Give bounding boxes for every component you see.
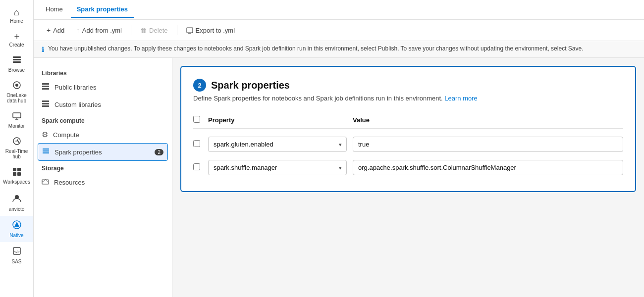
sidebar-section-spark-compute: Spark compute [34, 113, 172, 126]
top-tabs: Home Spark properties [34, 0, 644, 20]
tab-home[interactable]: Home [40, 1, 69, 18]
props-table: Property Value spark.gluten.enabled ▾ [193, 112, 623, 179]
table-row: spark.gluten.enabled ▾ [193, 133, 623, 156]
nav-label-create: Create [9, 42, 24, 48]
sidebar-section-storage: Storage [34, 161, 172, 174]
learn-more-link[interactable]: Learn more [444, 95, 477, 102]
delete-icon: 🗑 [140, 27, 147, 34]
public-libraries-label: Public libraries [54, 84, 97, 91]
svg-rect-26 [43, 150, 49, 151]
nav-label-sas: SAS [11, 259, 21, 264]
browse-icon [12, 55, 21, 66]
nav-item-sas[interactable]: </> SAS [0, 242, 33, 268]
svg-rect-20 [42, 86, 49, 87]
main-panel: 2 Spark properties Define Spark properti… [172, 58, 644, 297]
svg-rect-24 [42, 105, 49, 107]
value-column-header: Value [353, 116, 623, 124]
nav-label-onelake: OneLake data hub [2, 93, 31, 103]
resources-label: Resources [54, 179, 85, 186]
svg-marker-15 [14, 222, 19, 227]
svg-rect-21 [42, 88, 49, 90]
nav-item-browse[interactable]: Browse [0, 51, 33, 77]
svg-rect-18 [187, 28, 193, 33]
svg-rect-27 [43, 152, 49, 153]
nav-item-onelake[interactable]: OneLake data hub [0, 77, 33, 107]
spark-properties-icon [42, 148, 50, 156]
toolbar-divider-2 [177, 25, 177, 35]
add-from-yml-button[interactable]: ↑ Add from .yml [71, 24, 127, 37]
add-label: Add [53, 27, 64, 34]
property-column-header: Property [208, 116, 347, 124]
value-2-input[interactable] [353, 160, 623, 175]
add-icon: + [47, 26, 51, 34]
compute-icon: ⚙ [42, 130, 48, 139]
nav-label-workspaces: Workspaces [3, 179, 30, 185]
svg-text:</>: </> [14, 249, 20, 254]
nav-item-create[interactable]: ＋ Create [0, 28, 33, 51]
card-subtitle-text: Define Spark properties for notebooks an… [193, 95, 443, 102]
table-row: spark.shuffle.manager ▾ [193, 156, 623, 179]
export-button[interactable]: Export to .yml [181, 24, 240, 37]
monitor-icon [12, 111, 21, 122]
svg-rect-5 [13, 113, 21, 118]
nav-item-native[interactable]: Native [0, 216, 33, 242]
public-libraries-icon [42, 83, 50, 92]
row-2-checkbox[interactable] [193, 163, 200, 170]
nav-item-monitor[interactable]: Monitor [0, 107, 33, 133]
svg-rect-28 [42, 180, 49, 184]
spark-properties-badge: 2 [155, 149, 163, 155]
sidebar-item-spark-properties[interactable]: Spark properties 2 [38, 143, 168, 161]
svg-rect-19 [42, 83, 49, 85]
card-subtitle: Define Spark properties for notebooks an… [193, 95, 623, 102]
svg-rect-11 [13, 172, 16, 176]
sidebar-item-compute[interactable]: ⚙ Compute [34, 126, 172, 143]
tab-spark-properties[interactable]: Spark properties [71, 1, 134, 18]
property-2-select[interactable]: spark.shuffle.manager [208, 160, 347, 175]
info-bar: ℹ You have unpublished changes. To apply… [34, 41, 644, 58]
compute-label: Compute [53, 131, 79, 139]
card-header: 2 Spark properties [193, 79, 623, 92]
delete-button[interactable]: 🗑 Delete [135, 24, 173, 37]
step-number: 2 [193, 79, 206, 92]
content-area: Libraries Public libraries [34, 58, 644, 297]
svg-rect-1 [13, 59, 21, 60]
value-1-input[interactable] [353, 137, 623, 152]
upload-icon: ↑ [76, 27, 80, 34]
nav-label-browse: Browse [8, 67, 25, 73]
props-table-header: Property Value [193, 112, 623, 129]
nav-label-home: Home [10, 18, 23, 24]
nav-label-monitor: Monitor [8, 123, 25, 129]
nav-item-anvicto[interactable]: anvicto [0, 189, 33, 216]
svg-rect-23 [42, 103, 49, 104]
svg-rect-25 [43, 148, 49, 149]
nav-item-realtime[interactable]: Real-Time hub [0, 133, 33, 163]
spark-properties-card: 2 Spark properties Define Spark properti… [180, 66, 636, 192]
spark-properties-label: Spark properties [54, 148, 102, 156]
row-1-checkbox[interactable] [193, 140, 200, 147]
sidebar-item-custom-libraries[interactable]: Custom libraries [34, 96, 172, 113]
property-1-wrapper: spark.gluten.enabled ▾ [208, 137, 347, 152]
onelake-icon [12, 81, 21, 91]
svg-rect-22 [42, 100, 49, 102]
svg-rect-9 [13, 168, 16, 171]
sidebar-item-public-libraries[interactable]: Public libraries [34, 79, 172, 96]
property-1-select[interactable]: spark.gluten.enabled [208, 137, 347, 152]
add-button[interactable]: + Add [42, 24, 69, 37]
svg-rect-0 [13, 56, 21, 58]
delete-label: Delete [149, 27, 168, 34]
home-icon: ⌂ [14, 8, 19, 17]
create-icon: ＋ [12, 32, 21, 41]
nav-item-home[interactable]: ⌂ Home [0, 4, 33, 28]
sas-icon: </> [12, 246, 22, 257]
anvicto-icon [11, 193, 22, 205]
nav-item-workspaces[interactable]: Workspaces [0, 163, 33, 189]
native-icon [12, 220, 22, 231]
svg-rect-10 [17, 168, 21, 171]
sidebar-item-resources[interactable]: Resources [34, 174, 172, 191]
select-all-checkbox[interactable] [193, 116, 200, 123]
custom-libraries-icon [42, 100, 50, 109]
workspaces-icon [12, 167, 21, 178]
add-from-yml-label: Add from .yml [82, 27, 122, 34]
custom-libraries-label: Custom libraries [54, 101, 101, 108]
export-label: Export to .yml [196, 27, 235, 34]
